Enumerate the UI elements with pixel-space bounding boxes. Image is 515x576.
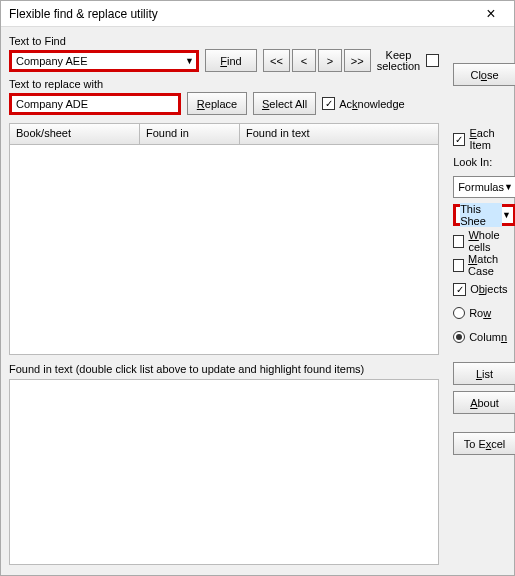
results-grid-body[interactable] bbox=[9, 145, 439, 355]
nav-first-button[interactable]: << bbox=[263, 49, 290, 72]
replace-button[interactable]: Replace bbox=[187, 92, 247, 115]
titlebar: Flexible find & replace utility × bbox=[1, 1, 514, 27]
each-item-option[interactable]: Each Item bbox=[453, 130, 515, 148]
whole-cells-label: Whole cells bbox=[468, 229, 515, 253]
found-in-text-label: Found in text (double click list above t… bbox=[9, 363, 439, 375]
text-to-find-value: Company AEE bbox=[16, 55, 88, 67]
each-item-checkbox[interactable] bbox=[453, 133, 465, 146]
objects-checkbox[interactable] bbox=[453, 283, 466, 296]
objects-option[interactable]: Objects bbox=[453, 280, 515, 298]
find-button[interactable]: Find bbox=[205, 49, 257, 72]
close-button[interactable]: Close bbox=[453, 63, 515, 86]
column-option[interactable]: Column bbox=[453, 328, 515, 346]
to-excel-button[interactable]: To Excel bbox=[453, 432, 515, 455]
keep-selection-label: Keep selection bbox=[377, 50, 420, 72]
dialog-flexible-find-replace: Flexible find & replace utility × Text t… bbox=[0, 0, 515, 576]
find-row: Company AEE ▼ Find << < > >> Keep select… bbox=[9, 49, 439, 72]
match-case-label: Match Case bbox=[468, 253, 515, 277]
dropdown-arrow-icon: ▼ bbox=[502, 210, 511, 220]
find-button-label: F bbox=[220, 55, 227, 67]
dropdown-arrow-icon: ▼ bbox=[504, 182, 513, 192]
about-button[interactable]: About bbox=[453, 391, 515, 414]
window-title: Flexible find & replace utility bbox=[9, 7, 158, 21]
acknowledge-label: Acknowledge bbox=[339, 98, 404, 110]
nav-last-button[interactable]: >> bbox=[344, 49, 371, 72]
match-case-option[interactable]: Match Case bbox=[453, 256, 515, 274]
row-radio[interactable] bbox=[453, 307, 465, 319]
col-found-in: Found in bbox=[139, 123, 239, 145]
look-in-combobox[interactable]: Formulas ▼ bbox=[453, 176, 515, 198]
look-in-label: Look In: bbox=[453, 156, 515, 168]
found-in-text-list[interactable] bbox=[9, 379, 439, 565]
select-all-button[interactable]: Select All bbox=[253, 92, 316, 115]
acknowledge-option[interactable]: Acknowledge bbox=[322, 95, 404, 113]
results-grid-header: Book/sheet Found in Found in text bbox=[9, 123, 439, 145]
text-to-find-label: Text to Find bbox=[9, 35, 439, 47]
close-icon[interactable]: × bbox=[476, 6, 506, 22]
sheet-scope-combobox[interactable]: This Shee ▼ bbox=[453, 204, 515, 226]
look-in-value: Formulas bbox=[458, 181, 504, 193]
left-panel: Text to Find Company AEE ▼ Find << < > >… bbox=[1, 27, 447, 575]
whole-cells-checkbox[interactable] bbox=[453, 235, 464, 248]
content: Text to Find Company AEE ▼ Find << < > >… bbox=[1, 27, 514, 575]
replace-row: Company ADE Replace Select All Acknowled… bbox=[9, 92, 439, 115]
nav-buttons: << < > >> bbox=[263, 49, 371, 72]
row-option[interactable]: Row bbox=[453, 304, 515, 322]
text-to-find-combobox[interactable]: Company AEE ▼ bbox=[9, 50, 199, 72]
each-item-label: Each Item bbox=[469, 127, 515, 151]
right-panel: Close Each Item Look In: Formulas ▼ This… bbox=[447, 27, 515, 575]
column-label: Column bbox=[469, 331, 507, 343]
text-to-replace-label: Text to replace with bbox=[9, 78, 439, 90]
col-book-sheet: Book/sheet bbox=[9, 123, 139, 145]
text-to-replace-combobox[interactable]: Company ADE bbox=[9, 93, 181, 115]
dropdown-arrow-icon: ▼ bbox=[185, 56, 194, 66]
whole-cells-option[interactable]: Whole cells bbox=[453, 232, 515, 250]
list-button[interactable]: List bbox=[453, 362, 515, 385]
text-to-replace-value: Company ADE bbox=[16, 98, 88, 110]
acknowledge-checkbox[interactable] bbox=[322, 97, 335, 110]
column-radio[interactable] bbox=[453, 331, 465, 343]
keep-selection-checkbox[interactable] bbox=[426, 54, 439, 67]
col-found-in-text: Found in text bbox=[239, 123, 439, 145]
nav-prev-button[interactable]: < bbox=[292, 49, 316, 72]
nav-next-button[interactable]: > bbox=[318, 49, 342, 72]
match-case-checkbox[interactable] bbox=[453, 259, 464, 272]
objects-label: Objects bbox=[470, 283, 507, 295]
row-label: Row bbox=[469, 307, 491, 319]
sheet-scope-value: This Shee bbox=[460, 203, 502, 227]
